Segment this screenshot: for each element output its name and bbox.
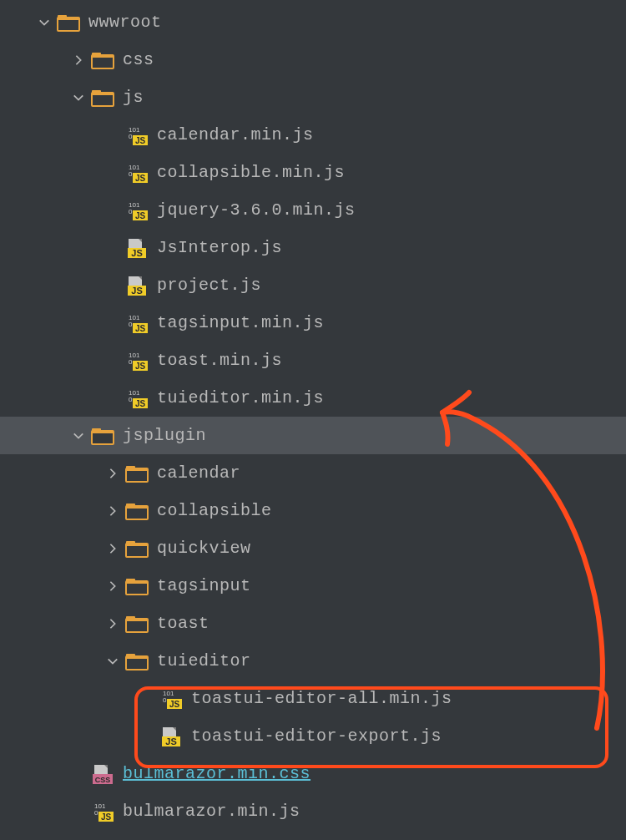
folder-icon: [125, 539, 149, 559]
tree-row[interactable]: js: [0, 78, 626, 116]
tree-row[interactable]: project.js: [0, 266, 626, 304]
js-min-file-icon: [125, 313, 149, 333]
tree-item-label: jquery-3.6.0.min.js: [157, 200, 356, 220]
tree-item-label: tuieditor: [157, 651, 251, 670]
tree-row[interactable]: JsInterop.js: [0, 229, 626, 266]
tree-row[interactable]: calendar.min.js: [0, 116, 626, 154]
tree-row[interactable]: wwwroot: [0, 3, 626, 41]
indent: [0, 210, 105, 210]
css-file-icon: [91, 764, 114, 784]
indent: [0, 397, 105, 398]
tree-row[interactable]: calendar: [0, 454, 626, 492]
tree-item-label: JsInterop.js: [157, 238, 282, 257]
indent: [0, 548, 105, 549]
folder-icon: [91, 426, 114, 446]
chevron-right-icon[interactable]: [105, 616, 120, 631]
chevron-right-icon[interactable]: [105, 579, 120, 594]
tree-item-label: jsplugin: [123, 426, 206, 445]
chevron-right-icon[interactable]: [105, 466, 120, 481]
indent: [0, 698, 139, 699]
chevron-right-icon[interactable]: [105, 541, 120, 556]
tree-row[interactable]: tuieditor.min.js: [0, 379, 626, 417]
tree-item-label: tuieditor.min.js: [157, 388, 324, 407]
tree-item-label: toast: [157, 614, 210, 633]
indent: [0, 660, 105, 661]
indent: [0, 360, 105, 361]
tree-item-label: toastui-editor-export.js: [191, 726, 442, 746]
indent: [0, 510, 105, 511]
file-tree: wwwrootcssjscalendar.min.jscollapsible.m…: [0, 0, 626, 830]
tree-item-label: collapsible.min.js: [157, 163, 345, 182]
folder-icon: [125, 651, 149, 671]
indent: [0, 22, 37, 23]
tree-row[interactable]: bulmarazor.min.css: [0, 755, 626, 792]
tree-row[interactable]: jsplugin: [0, 417, 626, 454]
indent: [0, 773, 71, 774]
tree-item-label: project.js: [157, 276, 261, 295]
indent: [0, 322, 105, 323]
indent: [0, 172, 105, 173]
tree-row[interactable]: collapsible.min.js: [0, 154, 626, 191]
tree-item-label: collapsible: [157, 501, 272, 520]
indent: [0, 134, 105, 135]
tree-item-label: css: [123, 50, 154, 69]
chevron-right-icon[interactable]: [105, 503, 120, 519]
folder-icon: [125, 501, 149, 521]
tree-row[interactable]: quickview: [0, 529, 626, 567]
tree-row[interactable]: toastui-editor-export.js: [0, 717, 626, 755]
js-min-file-icon: [159, 689, 183, 709]
tree-row[interactable]: toast: [0, 605, 626, 642]
chevron-down-icon[interactable]: [71, 428, 86, 443]
js-min-file-icon: [125, 351, 149, 371]
tree-item-label: calendar: [157, 463, 240, 483]
tree-item-label: calendar.min.js: [157, 125, 314, 144]
chevron-down-icon[interactable]: [71, 90, 86, 105]
chevron-right-icon[interactable]: [71, 53, 86, 68]
indent: [0, 285, 105, 286]
indent: [0, 585, 105, 586]
tree-row[interactable]: css: [0, 41, 626, 78]
js-file-icon: [159, 726, 183, 746]
tree-row[interactable]: tagsinput.min.js: [0, 304, 626, 342]
js-min-file-icon: [91, 802, 114, 822]
indent: [0, 473, 105, 473]
tree-item-label: bulmarazor.min.css: [123, 764, 310, 783]
tree-row[interactable]: toast.min.js: [0, 342, 626, 379]
indent: [0, 623, 105, 624]
tree-row[interactable]: bulmarazor.min.js: [0, 792, 626, 830]
folder-icon: [125, 614, 149, 634]
js-min-file-icon: [125, 200, 149, 220]
indent: [0, 59, 71, 60]
tree-row[interactable]: tagsinput: [0, 567, 626, 605]
tree-row[interactable]: jquery-3.6.0.min.js: [0, 191, 626, 229]
indent: [0, 811, 71, 812]
js-file-icon: [125, 276, 149, 296]
folder-icon: [57, 13, 80, 33]
folder-icon: [125, 463, 149, 483]
js-min-file-icon: [125, 388, 149, 408]
tree-row[interactable]: toastui-editor-all.min.js: [0, 680, 626, 717]
tree-item-label: js: [123, 88, 144, 107]
tree-item-label: wwwroot: [88, 13, 162, 32]
tree-item-label: toastui-editor-all.min.js: [191, 689, 452, 708]
folder-icon: [91, 50, 114, 70]
indent: [0, 97, 71, 98]
tree-item-label: bulmarazor.min.js: [123, 802, 300, 821]
folder-icon: [91, 88, 114, 108]
js-min-file-icon: [125, 125, 149, 145]
tree-row[interactable]: collapsible: [0, 492, 626, 529]
chevron-down-icon[interactable]: [105, 654, 120, 669]
tree-item-label: quickview: [157, 539, 251, 558]
js-file-icon: [125, 238, 149, 258]
folder-icon: [125, 576, 149, 596]
indent: [0, 435, 71, 436]
js-min-file-icon: [125, 163, 149, 183]
chevron-down-icon[interactable]: [37, 15, 52, 30]
tree-row[interactable]: tuieditor: [0, 642, 626, 680]
tree-item-label: toast.min.js: [157, 351, 282, 370]
indent: [0, 736, 139, 736]
tree-item-label: tagsinput: [157, 576, 251, 595]
tree-item-label: tagsinput.min.js: [157, 313, 324, 332]
indent: [0, 247, 105, 248]
